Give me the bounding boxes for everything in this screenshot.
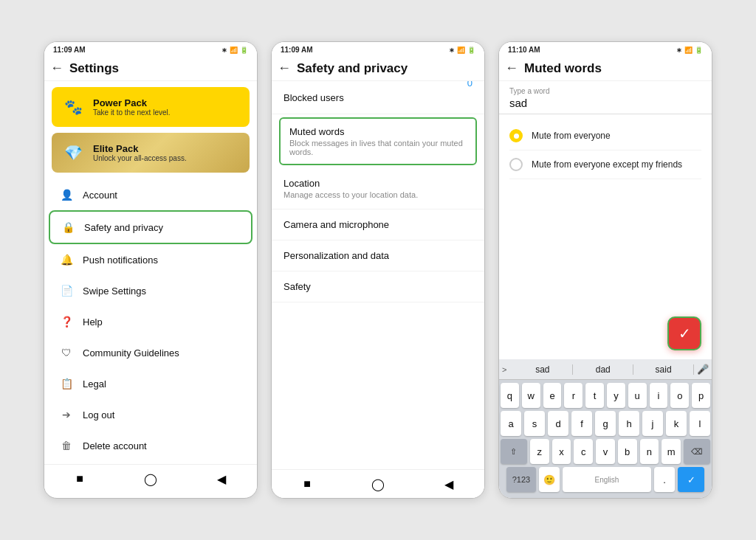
safety-title: Safety and privacy [297, 61, 408, 76]
menu-item-safety-privacy[interactable]: 🔒 Safety and privacy [49, 210, 252, 244]
menu-item-account[interactable]: 👤 Account [49, 179, 252, 210]
key-p[interactable]: p [692, 383, 710, 408]
key-c[interactable]: c [574, 439, 593, 464]
confirm-fab[interactable]: ✓ [667, 316, 701, 350]
key-f[interactable]: f [571, 411, 592, 436]
gt-icon: > [502, 365, 506, 374]
privacy-item-safety[interactable]: Safety [272, 271, 484, 302]
emoji-key[interactable]: 🙂 [539, 467, 560, 492]
key-row-1: q w e r t y u i o p [501, 383, 710, 408]
person-icon: 👤 [59, 187, 74, 202]
status-icons-1: ∗ 📶 🔋 [221, 46, 248, 54]
status-time-2: 11:09 AM [281, 46, 313, 54]
privacy-item-personalization[interactable]: Personalization and data [272, 240, 484, 271]
suggest-dad[interactable]: dad [573, 364, 633, 375]
key-a[interactable]: a [501, 411, 521, 436]
settings-top-bar: ← Settings [44, 56, 257, 81]
menu-item-logout[interactable]: ➔ Log out [49, 399, 252, 430]
radio-label-except-friends: Mute from everyone except my friends [532, 159, 682, 170]
key-m[interactable]: m [662, 439, 681, 464]
key-b[interactable]: b [618, 439, 637, 464]
help-icon: ❓ [59, 314, 74, 329]
nav-home-button[interactable]: ◯ [142, 471, 159, 487]
nav-back-button-2[interactable]: ◀ [441, 476, 457, 492]
key-j[interactable]: j [642, 411, 663, 436]
key-d[interactable]: d [548, 411, 568, 436]
privacy-item-camera-mic[interactable]: Camera and microphone [272, 210, 484, 240]
key-h[interactable]: h [619, 411, 639, 436]
key-i[interactable]: i [650, 383, 668, 408]
key-s[interactable]: s [524, 411, 545, 436]
phone-safety-privacy: 11:09 AM ∗ 📶 🔋 ← Safety and privacy Bloc… [271, 41, 485, 499]
nav-stop-button[interactable]: ■ [72, 471, 88, 487]
nav-home-button-2[interactable]: ◯ [370, 476, 386, 492]
power-pack-title: Power Pack [93, 97, 171, 108]
back-button-3[interactable]: ← [505, 60, 518, 76]
key-q[interactable]: q [501, 383, 519, 408]
key-y[interactable]: y [607, 383, 625, 408]
signal-icon-2: 📶 [457, 46, 465, 54]
bluetooth-icon-3: ∗ [676, 46, 682, 54]
key-o[interactable]: o [670, 383, 689, 408]
personalization-label: Personalization and data [284, 250, 472, 261]
power-pack-banner[interactable]: 🐾 Power Pack Take it to the next level. [52, 87, 250, 127]
suggestions-row: > sad dad said 🎤 [499, 359, 712, 380]
send-key[interactable]: ✓ [678, 467, 704, 492]
menu-item-swipe-settings[interactable]: 📄 Swipe Settings [49, 275, 252, 306]
key-x[interactable]: x [552, 439, 571, 464]
key-v[interactable]: v [596, 439, 615, 464]
key-e[interactable]: e [543, 383, 562, 408]
battery-icon: 🔋 [240, 46, 248, 54]
key-l[interactable]: l [690, 411, 710, 436]
radio-opt-everyone[interactable]: Mute from everyone [509, 122, 701, 150]
back-button-2[interactable]: ← [278, 60, 291, 76]
menu-item-community[interactable]: 🛡 Community Guidelines [49, 337, 252, 368]
key-n[interactable]: n [640, 439, 659, 464]
radio-opt-except-friends[interactable]: Mute from everyone except my friends [509, 150, 701, 179]
mic-icon[interactable]: 🎤 [697, 364, 709, 375]
numbers-key[interactable]: ?123 [506, 467, 536, 492]
menu-item-delete[interactable]: 🗑 Delete account [49, 430, 252, 461]
muted-title: Muted words [524, 61, 602, 76]
suggest-sad[interactable]: sad [512, 364, 573, 375]
muted-top-bar: ← Muted words [499, 56, 712, 81]
suggest-said[interactable]: said [633, 364, 694, 375]
elite-pack-icon: 💎 [61, 140, 86, 165]
delete-key[interactable]: ⌫ [684, 439, 710, 464]
file-icon: 📄 [59, 283, 74, 298]
phone-settings: 11:09 AM ∗ 📶 🔋 ← Settings 🐾 Power Pack T… [44, 41, 258, 499]
back-button-1[interactable]: ← [50, 60, 63, 76]
nav-back-button[interactable]: ◀ [213, 471, 230, 487]
word-input-area[interactable]: Type a word sad [499, 81, 712, 114]
settings-title: Settings [69, 61, 119, 76]
elite-pack-banner[interactable]: 💎 Elite Pack Unlock your all-access pass… [52, 133, 250, 173]
signal-icon: 📶 [230, 46, 238, 54]
key-k[interactable]: k [666, 411, 687, 436]
privacy-item-location[interactable]: Location Manage access to your location … [272, 168, 484, 210]
nav-stop-button-2[interactable]: ■ [299, 476, 315, 492]
period-key[interactable]: . [654, 467, 675, 492]
key-z[interactable]: z [530, 439, 549, 464]
bottom-nav-1: ■ ◯ ◀ [44, 464, 257, 493]
key-r[interactable]: r [564, 383, 583, 408]
status-time-3: 11:10 AM [508, 46, 540, 54]
privacy-item-blocked-users[interactable]: Blocked users 0 [272, 81, 484, 114]
key-g[interactable]: g [595, 411, 616, 436]
menu-item-legal[interactable]: 📋 Legal [49, 368, 252, 399]
power-pack-text: Power Pack Take it to the next level. [93, 97, 171, 117]
shift-key[interactable]: ⇧ [501, 439, 527, 464]
menu-label-push-notifications: Push notifications [83, 255, 158, 266]
key-row-3: ⇧ z x c v b n m ⌫ [501, 439, 710, 464]
space-key[interactable]: English [563, 467, 651, 492]
privacy-item-muted-words[interactable]: Muted words Block messages in lives that… [279, 117, 477, 165]
menu-item-push-notifications[interactable]: 🔔 Push notifications [49, 244, 252, 275]
word-input-value[interactable]: sad [509, 95, 701, 111]
privacy-list: Blocked users 0 Muted words Block messag… [272, 81, 484, 469]
bluetooth-icon: ∗ [221, 46, 227, 54]
elite-pack-text: Elite Pack Unlock your all-access pass. [93, 143, 187, 162]
key-w[interactable]: w [522, 383, 540, 408]
key-u[interactable]: u [628, 383, 647, 408]
menu-item-help[interactable]: ❓ Help [49, 306, 252, 337]
status-bar-1: 11:09 AM ∗ 📶 🔋 [44, 42, 257, 56]
key-t[interactable]: t [585, 383, 604, 408]
